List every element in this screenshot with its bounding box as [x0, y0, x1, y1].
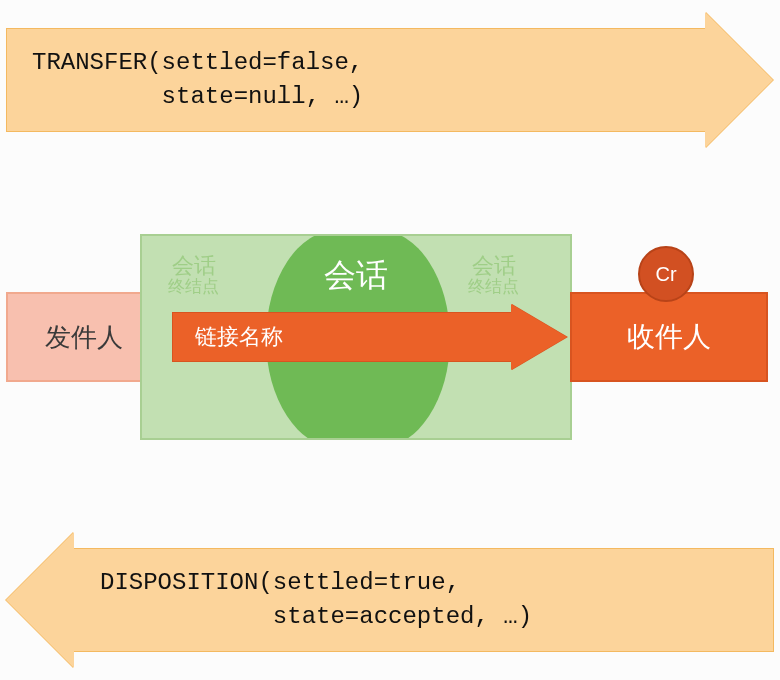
disposition-arrow-text: DISPOSITION(settled=true, state=accepted…	[100, 566, 532, 633]
link-arrow-shaft: 链接名称	[172, 312, 512, 362]
diagram-canvas: TRANSFER(settled=false, state=null, …) 发…	[0, 0, 780, 680]
session-title: 会话	[142, 254, 570, 298]
transfer-line2: state=null, …)	[32, 83, 363, 110]
receiver-box: 收件人	[570, 292, 768, 382]
transfer-arrow: TRANSFER(settled=false, state=null, …)	[6, 12, 774, 148]
sender-label: 发件人	[45, 320, 123, 355]
sender-box: 发件人	[6, 292, 162, 382]
arrow-right-icon	[511, 304, 567, 370]
arrow-right-icon	[705, 12, 773, 148]
disposition-line2: state=accepted, …)	[100, 603, 532, 630]
arrow-left-icon	[6, 532, 74, 668]
link-arrow: 链接名称	[172, 312, 570, 362]
receiver-label: 收件人	[627, 318, 711, 356]
link-label: 链接名称	[173, 322, 283, 352]
transfer-arrow-text: TRANSFER(settled=false, state=null, …)	[32, 46, 363, 113]
credit-badge: Cr	[638, 246, 694, 302]
credit-badge-label: Cr	[655, 263, 676, 286]
disposition-line1: DISPOSITION(settled=true,	[100, 569, 460, 596]
disposition-arrow: DISPOSITION(settled=true, state=accepted…	[6, 532, 774, 668]
transfer-line1: TRANSFER(settled=false,	[32, 49, 363, 76]
